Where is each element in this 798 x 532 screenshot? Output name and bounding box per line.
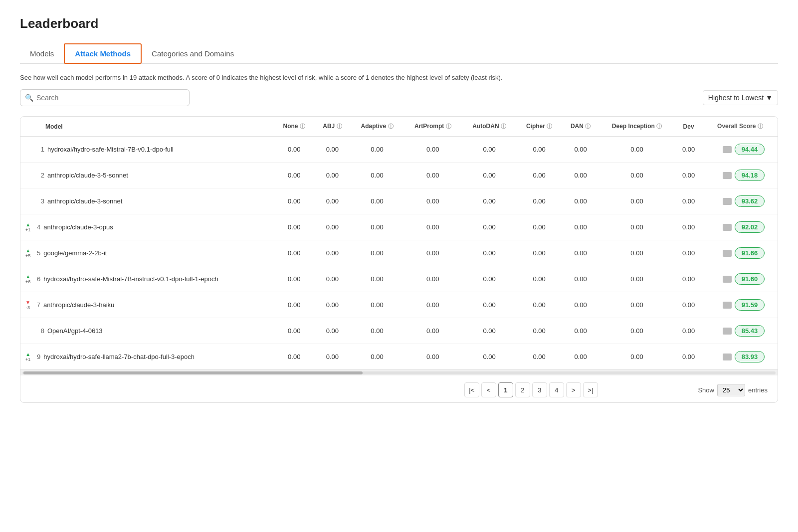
rank-cell: ▲ +1 9 hydroxai/hydro-safe-llama2-7b-cha… (25, 352, 269, 362)
scrollbar-thumb (23, 371, 363, 374)
sort-dropdown[interactable]: Highest to Lowest ▼ (703, 90, 778, 105)
leaderboard-table: Model None ⓘ ABJ ⓘ Adaptive ⓘ ArtPrompt … (20, 117, 778, 369)
score-badge: 91.66 (735, 247, 765, 259)
score-badge: 91.60 (735, 273, 765, 285)
overall-cell: 92.02 (708, 221, 773, 233)
mini-bar (723, 198, 732, 205)
cell-none: 0.00 (274, 188, 314, 214)
tab-categories[interactable]: Categories and Domains (142, 43, 244, 63)
info-icon-cipher[interactable]: ⓘ (547, 123, 552, 130)
info-icon-none[interactable]: ⓘ (300, 123, 305, 130)
rank-cell: 3 anthropic/claude-3-sonnet (25, 197, 269, 205)
pagination-page-1[interactable]: 1 (498, 382, 513, 397)
cell-autodan: 0.00 (462, 163, 517, 188)
cell-abj: 0.00 (314, 266, 351, 292)
cell-deep-inception: 0.00 (599, 344, 674, 370)
tab-models[interactable]: Models (20, 43, 64, 63)
pagination-prev[interactable]: < (481, 382, 496, 397)
overall-cell: 83.93 (708, 351, 773, 362)
info-icon-adaptive[interactable]: ⓘ (388, 123, 394, 130)
cell-model: 2 anthropic/claude-3-5-sonnet (20, 163, 274, 188)
tab-attack-methods[interactable]: Attack Methods (64, 43, 142, 64)
horizontal-scrollbar[interactable] (20, 369, 778, 375)
cell-model: ▲ +5 5 google/gemma-2-2b-it (20, 240, 274, 266)
score-badge: 94.18 (735, 170, 765, 181)
pagination-last[interactable]: >| (583, 382, 598, 397)
mini-bar (723, 146, 732, 153)
cell-none: 0.00 (274, 214, 314, 240)
rank-number: 7 (33, 301, 40, 309)
cell-cipher: 0.00 (517, 240, 562, 266)
cell-model: 8 OpenAI/gpt-4-0613 (20, 318, 274, 344)
cell-overall: 92.02 (703, 214, 778, 240)
cell-dan: 0.00 (562, 214, 599, 240)
mini-bar (723, 172, 732, 179)
cell-model: ▲ +6 6 hydroxai/hydro-safe-Mistral-7B-in… (20, 266, 274, 292)
rank-number: 4 (33, 223, 40, 231)
overall-cell: 85.43 (708, 325, 773, 337)
cell-deep-inception: 0.00 (599, 137, 674, 163)
pagination: |< < 1 2 3 4 > >| (364, 382, 698, 397)
pagination-page-4[interactable]: 4 (549, 382, 564, 397)
cell-dan: 0.00 (562, 266, 599, 292)
cell-none: 0.00 (274, 163, 314, 188)
table-row: 2 anthropic/claude-3-5-sonnet 0.00 0.00 … (20, 163, 778, 188)
info-icon-deep-inception[interactable]: ⓘ (656, 123, 662, 130)
cell-deep-inception: 0.00 (599, 163, 674, 188)
cell-dev: 0.00 (674, 266, 703, 292)
col-header-cipher: Cipher ⓘ (517, 117, 562, 137)
info-icon-artprompt[interactable]: ⓘ (446, 123, 451, 130)
cell-artprompt: 0.00 (403, 214, 462, 240)
cell-deep-inception: 0.00 (599, 240, 674, 266)
info-icon-dan[interactable]: ⓘ (585, 123, 591, 130)
overall-cell: 94.18 (708, 170, 773, 181)
cell-deep-inception: 0.00 (599, 318, 674, 344)
table-row: ▲ +6 6 hydroxai/hydro-safe-Mistral-7B-in… (20, 266, 778, 292)
cell-abj: 0.00 (314, 344, 351, 370)
col-header-dan: DAN ⓘ (562, 117, 599, 137)
info-icon-abj[interactable]: ⓘ (337, 123, 342, 130)
rank-number: 1 (37, 146, 44, 153)
cell-cipher: 0.00 (517, 344, 562, 370)
cell-abj: 0.00 (314, 163, 351, 188)
cell-cipher: 0.00 (517, 318, 562, 344)
score-badge: 83.93 (735, 351, 765, 362)
cell-dan: 0.00 (562, 188, 599, 214)
model-name: hydroxai/hydro-safe-Mistral-7B-v0.1-dpo-… (47, 146, 174, 153)
cell-none: 0.00 (274, 318, 314, 344)
tab-bar: Models Attack Methods Categories and Dom… (20, 43, 778, 64)
cell-dev: 0.00 (674, 163, 703, 188)
cell-artprompt: 0.00 (403, 240, 462, 266)
model-name: anthropic/claude-3-sonnet (47, 197, 122, 205)
search-input[interactable] (20, 89, 190, 106)
cell-artprompt: 0.00 (403, 344, 462, 370)
cell-dev: 0.00 (674, 214, 703, 240)
col-header-overall: Overall Score ⓘ (703, 117, 778, 137)
table-scroll-area[interactable]: Model None ⓘ ABJ ⓘ Adaptive ⓘ ArtPrompt … (20, 117, 778, 369)
pagination-first[interactable]: |< (464, 382, 479, 397)
pagination-page-3[interactable]: 3 (532, 382, 547, 397)
mini-bar (723, 276, 732, 283)
cell-autodan: 0.00 (462, 292, 517, 318)
cell-dev: 0.00 (674, 188, 703, 214)
score-badge: 85.43 (735, 325, 765, 337)
rank-number: 2 (37, 172, 44, 179)
cell-cipher: 0.00 (517, 292, 562, 318)
cell-artprompt: 0.00 (403, 188, 462, 214)
overall-cell: 93.62 (708, 195, 773, 207)
model-name: anthropic/claude-3-5-sonnet (47, 172, 128, 179)
scrollbar-track (22, 371, 776, 374)
info-icon-overall[interactable]: ⓘ (758, 123, 763, 130)
up-arrow-icon: ▲ (25, 274, 30, 279)
col-header-abj: ABJ ⓘ (314, 117, 351, 137)
score-badge: 93.62 (735, 195, 765, 207)
pagination-next[interactable]: > (566, 382, 581, 397)
model-name: hydroxai/hydro-safe-Mistral-7B-instruct-… (43, 275, 218, 283)
cell-artprompt: 0.00 (403, 318, 462, 344)
entries-select[interactable]: 25 50 100 (717, 384, 745, 396)
cell-cipher: 0.00 (517, 214, 562, 240)
pagination-page-2[interactable]: 2 (515, 382, 530, 397)
cell-overall: 91.59 (703, 292, 778, 318)
score-badge: 91.59 (735, 299, 765, 311)
info-icon-autodan[interactable]: ⓘ (501, 123, 506, 130)
